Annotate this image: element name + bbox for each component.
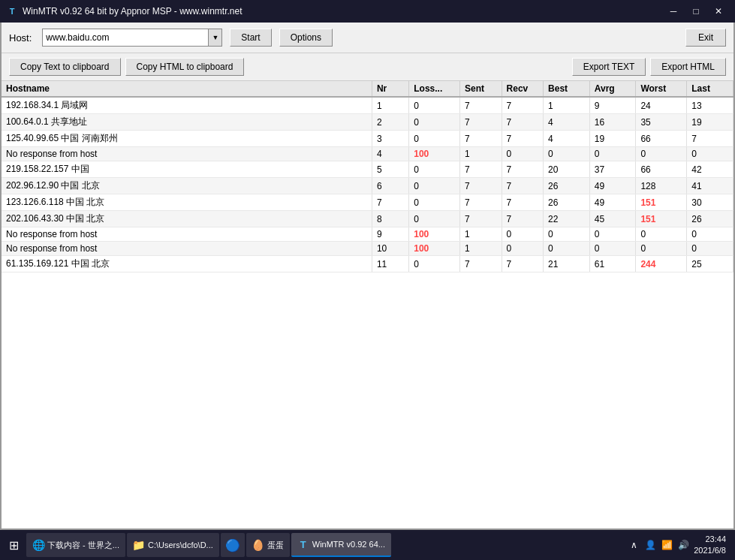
cell-last: 41	[687, 178, 733, 194]
tray-user-icon: 👤	[644, 539, 656, 551]
cell-sent: 1	[460, 147, 502, 161]
table-container: Hostname Nr Loss... Sent Recv Best Avrg …	[2, 81, 733, 528]
col-header-last: Last	[687, 81, 733, 97]
cell-worst: 66	[636, 131, 687, 147]
explorer-icon: 📁	[133, 539, 145, 551]
cell-best: 0	[544, 242, 590, 256]
col-header-best: Best	[544, 81, 590, 97]
cell-loss: 0	[409, 97, 460, 114]
traceroute-table: Hostname Nr Loss... Sent Recv Best Avrg …	[2, 81, 733, 272]
cell-best: 26	[544, 194, 590, 211]
cell-recv: 7	[502, 131, 544, 147]
cell-loss: 100	[409, 242, 460, 256]
taskbar-item-winmtr[interactable]: T WinMTR v0.92 64...	[291, 533, 391, 557]
cell-last: 0	[687, 147, 733, 161]
cell-loss: 0	[409, 178, 460, 194]
taskbar-item-egg-label: 蛋蛋	[267, 540, 284, 551]
cell-sent: 7	[460, 97, 502, 114]
table-header-row: Hostname Nr Loss... Sent Recv Best Avrg …	[2, 81, 733, 97]
table-row: 125.40.99.65 中国 河南郑州 3 0 7 7 4 19 66 7	[2, 131, 733, 147]
cell-last: 13	[687, 97, 733, 114]
cell-loss: 0	[409, 194, 460, 211]
close-button[interactable]: ✕	[708, 4, 729, 19]
cell-hostname: No response from host	[2, 227, 372, 242]
cell-nr: 1	[372, 97, 408, 114]
cell-recv: 0	[502, 147, 544, 161]
cell-loss: 0	[409, 256, 460, 272]
cell-last: 26	[687, 211, 733, 227]
export-text-button[interactable]: Export TEXT	[572, 58, 646, 76]
cell-best: 0	[544, 147, 590, 161]
cell-sent: 7	[460, 178, 502, 194]
cell-avrg: 61	[589, 256, 636, 272]
export-html-button[interactable]: Export HTML	[650, 58, 726, 76]
start-button[interactable]: Start	[230, 29, 271, 47]
col-header-hostname: Hostname	[2, 81, 372, 97]
cell-sent: 7	[460, 194, 502, 211]
cell-worst: 35	[636, 114, 687, 131]
col-header-avrg: Avrg	[589, 81, 636, 97]
chrome-icon: 🔵	[227, 539, 239, 551]
table-row: 202.106.43.30 中国 北京 8 0 7 7 22 45 151 26	[2, 211, 733, 227]
cell-nr: 7	[372, 194, 408, 211]
table-row: No response from host 10 100 1 0 0 0 0 0	[2, 242, 733, 256]
cell-avrg: 9	[589, 97, 636, 114]
tray-volume-icon: 🔊	[677, 539, 689, 551]
table-row: 192.168.34.1 局域网 1 0 7 7 1 9 24 13	[2, 97, 733, 114]
tray-network-icon: 📶	[661, 539, 673, 551]
cell-loss: 100	[409, 227, 460, 242]
cell-nr: 8	[372, 211, 408, 227]
host-dropdown-button[interactable]: ▼	[208, 29, 221, 46]
main-window: Host: ▼ Start Options Exit Copy Text to …	[0, 23, 735, 530]
host-input[interactable]	[43, 29, 208, 46]
cell-sent: 7	[460, 114, 502, 131]
window-title: WinMTR v0.92 64 bit by Appnor MSP - www.…	[23, 6, 663, 17]
copy-html-button[interactable]: Copy HTML to clipboard	[125, 58, 245, 76]
winmtr-taskbar-icon: T	[297, 538, 309, 550]
system-clock[interactable]: 23:44 2021/6/8	[694, 534, 726, 557]
app-icon: T	[6, 5, 18, 17]
host-input-wrapper: ▼	[42, 29, 222, 47]
download-icon: 🌐	[32, 539, 44, 551]
taskbar-item-egg[interactable]: 🥚 蛋蛋	[246, 533, 290, 557]
taskbar-item-explorer[interactable]: 📁 C:\Users\dcfo\D...	[127, 533, 219, 557]
start-menu-button[interactable]: ⊞	[3, 535, 25, 555]
cell-loss: 0	[409, 114, 460, 131]
cell-sent: 1	[460, 227, 502, 242]
cell-best: 22	[544, 211, 590, 227]
taskbar-item-chrome[interactable]: 🔵	[221, 533, 245, 557]
maximize-button[interactable]: □	[685, 4, 706, 19]
table-row: 100.64.0.1 共享地址 2 0 7 7 4 16 35 19	[2, 114, 733, 131]
cell-nr: 10	[372, 242, 408, 256]
copy-text-button[interactable]: Copy Text to clipboard	[9, 58, 121, 76]
cell-avrg: 16	[589, 114, 636, 131]
taskbar-item-download[interactable]: 🌐 下载内容 - 世界之...	[26, 533, 125, 557]
cell-loss: 0	[409, 161, 460, 178]
cell-loss: 0	[409, 211, 460, 227]
cell-loss: 100	[409, 147, 460, 161]
cell-avrg: 19	[589, 131, 636, 147]
cell-recv: 7	[502, 161, 544, 178]
exit-button[interactable]: Exit	[685, 29, 726, 47]
cell-hostname: 123.126.6.118 中国 北京	[2, 194, 372, 211]
cell-last: 25	[687, 256, 733, 272]
clock-time: 23:44	[694, 534, 726, 545]
cell-sent: 7	[460, 131, 502, 147]
cell-best: 4	[544, 131, 590, 147]
cell-best: 21	[544, 256, 590, 272]
tray-expand-icon[interactable]: ∧	[628, 539, 640, 551]
cell-worst: 0	[636, 147, 687, 161]
clock-date: 2021/6/8	[694, 545, 726, 556]
cell-avrg: 37	[589, 161, 636, 178]
cell-avrg: 49	[589, 194, 636, 211]
cell-hostname: No response from host	[2, 147, 372, 161]
taskbar: ⊞ 🌐 下载内容 - 世界之... 📁 C:\Users\dcfo\D... 🔵…	[0, 530, 735, 560]
cell-last: 7	[687, 131, 733, 147]
taskbar-item-explorer-label: C:\Users\dcfo\D...	[148, 540, 213, 549]
cell-worst: 0	[636, 242, 687, 256]
table-row: No response from host 9 100 1 0 0 0 0 0	[2, 227, 733, 242]
cell-worst: 24	[636, 97, 687, 114]
minimize-button[interactable]: ─	[663, 4, 684, 19]
options-button[interactable]: Options	[279, 29, 333, 47]
cell-hostname: No response from host	[2, 242, 372, 256]
